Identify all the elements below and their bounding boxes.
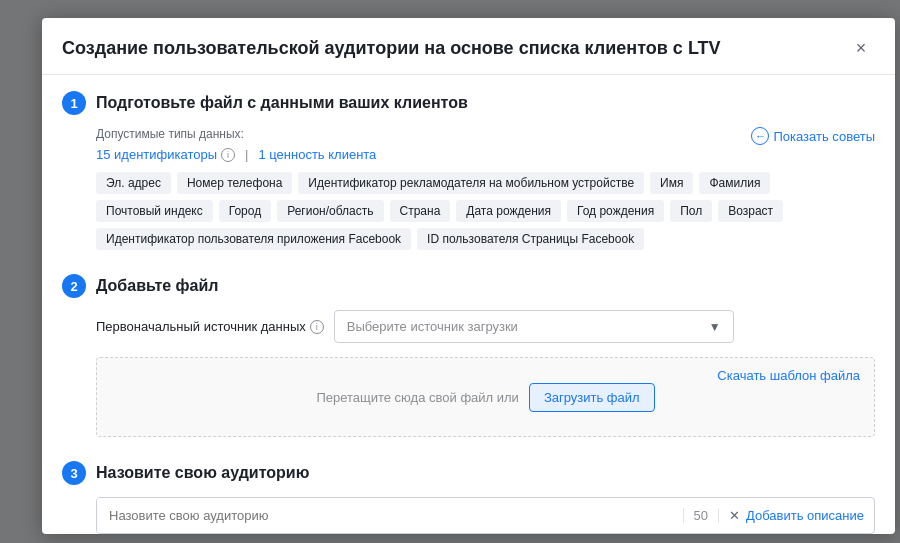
tag-item: Почтовый индекс	[96, 200, 213, 222]
step1-header: 1 Подготовьте файл с данными ваших клиен…	[62, 91, 875, 115]
allowed-types-block: Допустимые типы данных: 15 идентификатор…	[96, 127, 735, 172]
chevron-down-icon: ▼	[709, 320, 721, 334]
identifiers-row: 15 идентификаторы i | 1 ценность клиента	[96, 147, 735, 162]
modal-header: Создание пользовательской аудитории на о…	[42, 18, 895, 75]
name-input-row: 50 ✕ Добавить описание	[96, 497, 875, 534]
ltv-count: 1 ценность клиента	[258, 147, 376, 162]
tag-item: ID пользователя Страницы Facebook	[417, 228, 644, 250]
source-label: Первоначальный источник данных i	[96, 319, 324, 334]
tag-item: Регион/область	[277, 200, 383, 222]
tag-item: Номер телефона	[177, 172, 292, 194]
step1-number: 1	[62, 91, 86, 115]
close-icon: ×	[856, 38, 867, 59]
tag-item: Дата рождения	[456, 200, 561, 222]
step3-number: 3	[62, 461, 86, 485]
tag-item: Идентификатор пользователя приложения Fa…	[96, 228, 411, 250]
step2-content: Первоначальный источник данных i Выберит…	[96, 310, 875, 437]
step2-header: 2 Добавьте файл	[62, 274, 875, 298]
tag-item: Страна	[390, 200, 451, 222]
source-row: Первоначальный источник данных i Выберит…	[96, 310, 875, 343]
tips-button[interactable]: ← Показать советы	[751, 127, 875, 145]
add-description-link[interactable]: Добавить описание	[746, 508, 864, 523]
divider: |	[245, 147, 248, 162]
step3-header: 3 Назовите свою аудиторию	[62, 461, 875, 485]
tag-item: Фамилия	[699, 172, 770, 194]
step1-section: 1 Подготовьте файл с данными ваших клиен…	[62, 91, 875, 250]
allowed-label: Допустимые типы данных:	[96, 127, 735, 141]
tag-item: Имя	[650, 172, 693, 194]
char-count: 50	[683, 508, 718, 523]
id-count: 15 идентификаторы	[96, 147, 217, 162]
step2-title: Добавьте файл	[96, 277, 219, 295]
tips-label: Показать советы	[773, 129, 875, 144]
modal-title: Создание пользовательской аудитории на о…	[62, 38, 721, 59]
tag-item: Год рождения	[567, 200, 664, 222]
tag-item: Эл. адрес	[96, 172, 171, 194]
drop-placeholder: Перетащите сюда свой файл или	[316, 390, 519, 405]
template-download-link[interactable]: Скачать шаблон файла	[717, 368, 860, 383]
step1-top-row: Допустимые типы данных: 15 идентификатор…	[96, 127, 875, 172]
tags-container: Эл. адресНомер телефонаИдентификатор рек…	[96, 172, 875, 250]
tag-item: Возраст	[718, 200, 783, 222]
tips-circle-icon: ←	[751, 127, 769, 145]
drop-zone-content: Перетащите сюда свой файл или Загрузить …	[316, 383, 654, 412]
tag-item: Идентификатор рекламодателя на мобильном…	[298, 172, 644, 194]
drop-zone[interactable]: Скачать шаблон файла Перетащите сюда сво…	[96, 357, 875, 437]
step2-section: 2 Добавьте файл Первоначальный источник …	[62, 274, 875, 437]
drop-zone-top: Скачать шаблон файла	[717, 368, 860, 383]
tag-item: Город	[219, 200, 271, 222]
step3-content: 50 ✕ Добавить описание	[96, 497, 875, 534]
audience-name-input[interactable]	[97, 498, 683, 533]
clear-icon[interactable]: ✕	[729, 508, 740, 523]
upload-file-button[interactable]: Загрузить файл	[529, 383, 655, 412]
step3-section: 3 Назовите свою аудиторию 50 ✕ Добавить …	[62, 461, 875, 534]
tag-item: Пол	[670, 200, 712, 222]
source-select[interactable]: Выберите источник загрузки ▼	[334, 310, 734, 343]
close-button[interactable]: ×	[847, 34, 875, 62]
step1-content: Допустимые типы данных: 15 идентификатор…	[96, 127, 875, 250]
info-icon[interactable]: i	[221, 148, 235, 162]
modal-body: 1 Подготовьте файл с данными ваших клиен…	[42, 75, 895, 534]
modal-dialog: Создание пользовательской аудитории на о…	[42, 18, 895, 534]
step3-title: Назовите свою аудиторию	[96, 464, 309, 482]
select-placeholder: Выберите источник загрузки	[347, 319, 518, 334]
source-info-icon[interactable]: i	[310, 320, 324, 334]
add-description-row: ✕ Добавить описание	[718, 508, 874, 523]
step1-title: Подготовьте файл с данными ваших клиенто…	[96, 94, 468, 112]
step2-number: 2	[62, 274, 86, 298]
